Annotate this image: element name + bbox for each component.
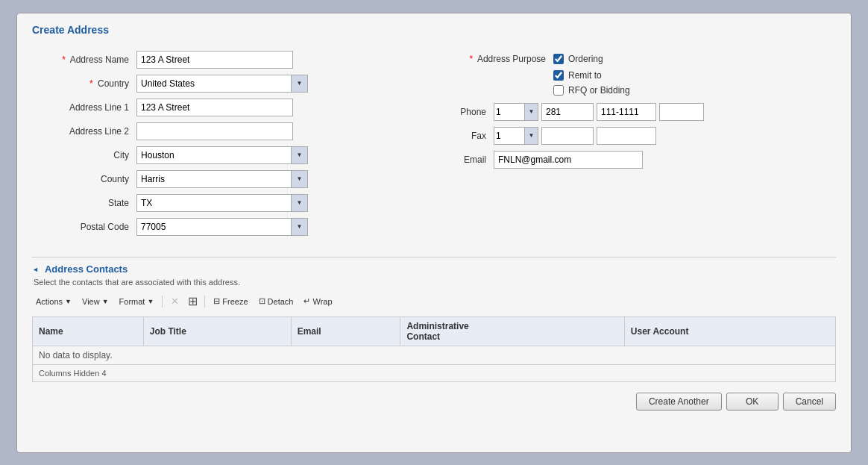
col-name: Name bbox=[33, 316, 144, 346]
fax-row: Fax 1 bbox=[449, 127, 836, 145]
address-line2-input[interactable] bbox=[136, 122, 293, 140]
ok-button[interactable]: OK bbox=[726, 393, 779, 411]
county-dropdown-icon[interactable] bbox=[291, 171, 307, 187]
wrap-button[interactable]: ↵ Wrap bbox=[300, 295, 336, 308]
address-contacts-section: Address Contacts Select the contacts tha… bbox=[32, 257, 836, 382]
address-line1-input[interactable] bbox=[136, 99, 293, 116]
email-label: Email bbox=[449, 155, 486, 165]
city-select[interactable]: Houston bbox=[137, 147, 291, 163]
create-another-button[interactable]: Create Another bbox=[636, 393, 722, 411]
phone-area-input[interactable] bbox=[541, 103, 594, 121]
view-chevron-icon: ▼ bbox=[102, 298, 109, 305]
no-data-cell: No data to display. bbox=[33, 346, 836, 364]
required-star2: * bbox=[89, 78, 93, 89]
county-label: County bbox=[32, 174, 129, 184]
table-header-row: Name Job Title Email AdministrativeConta… bbox=[33, 316, 836, 346]
fax-country-container[interactable]: 1 bbox=[494, 127, 538, 145]
view-button[interactable]: View ▼ bbox=[78, 296, 113, 308]
rfq-row: RFQ or Bidding bbox=[553, 85, 836, 96]
detach-icon: ⊡ bbox=[259, 296, 265, 306]
phone-country-icon[interactable] bbox=[524, 104, 538, 120]
toolbar-sep2 bbox=[204, 296, 205, 308]
ordering-checkbox[interactable] bbox=[553, 54, 564, 64]
format-chevron-icon: ▼ bbox=[147, 298, 154, 305]
state-select-container[interactable]: TX bbox=[136, 194, 308, 212]
email-input[interactable] bbox=[494, 151, 643, 169]
fax-number-input[interactable] bbox=[597, 127, 656, 145]
delete-icon[interactable]: ✕ bbox=[167, 294, 182, 309]
address-name-row: * Address Name bbox=[32, 51, 419, 69]
fax-country-icon[interactable] bbox=[524, 128, 538, 144]
address-line1-label: Address Line 1 bbox=[32, 102, 129, 113]
left-panel: * Address Name * Country United States bbox=[32, 51, 419, 242]
contacts-toggle-icon[interactable] bbox=[32, 263, 39, 274]
cancel-button[interactable]: Cancel bbox=[783, 393, 836, 411]
col-admin-contact: AdministrativeContact bbox=[400, 316, 624, 346]
city-label: City bbox=[32, 150, 129, 160]
freeze-button[interactable]: ⊟ Freeze bbox=[210, 295, 251, 308]
phone-row: Phone 1 bbox=[449, 103, 836, 121]
no-data-row: No data to display. bbox=[33, 346, 836, 364]
postal-code-dropdown-icon[interactable] bbox=[291, 219, 307, 235]
rfq-label: RFQ or Bidding bbox=[568, 85, 630, 96]
county-select[interactable]: Harris bbox=[137, 171, 291, 187]
remit-to-label: Remit to bbox=[568, 70, 602, 81]
city-dropdown-icon[interactable] bbox=[291, 147, 307, 163]
add-row-icon[interactable]: ⊞ bbox=[185, 294, 200, 309]
city-select-container[interactable]: Houston bbox=[136, 146, 308, 164]
fax-country-select[interactable]: 1 bbox=[494, 128, 524, 144]
ordering-label: Ordering bbox=[568, 54, 603, 64]
state-row: State TX bbox=[32, 194, 419, 212]
col-user-account: User Account bbox=[624, 316, 835, 346]
phone-ext-input[interactable] bbox=[659, 103, 704, 121]
fax-area-input[interactable] bbox=[541, 127, 594, 145]
address-purpose-section: * Address Purpose Ordering Remit to RFQ … bbox=[449, 51, 836, 96]
address-line2-label: Address Line 2 bbox=[32, 126, 129, 137]
phone-label: Phone bbox=[449, 107, 486, 117]
actions-button[interactable]: Actions ▼ bbox=[32, 296, 75, 308]
phone-fax-section: Phone 1 Fax 1 bbox=[449, 103, 836, 169]
state-label: State bbox=[32, 198, 129, 208]
postal-code-row: Postal Code 77005 bbox=[32, 218, 419, 236]
phone-country-select[interactable]: 1 bbox=[494, 104, 524, 120]
contacts-section-desc: Select the contacts that are associated … bbox=[34, 278, 836, 287]
format-button[interactable]: Format ▼ bbox=[116, 296, 158, 308]
address-name-label: * Address Name bbox=[32, 54, 129, 65]
postal-code-select[interactable]: 77005 bbox=[137, 219, 291, 235]
contacts-section-title: Address Contacts bbox=[45, 263, 128, 275]
detach-button[interactable]: ⊡ Detach bbox=[255, 295, 298, 308]
county-row: County Harris bbox=[32, 170, 419, 188]
col-email: Email bbox=[291, 316, 400, 346]
country-select[interactable]: United States bbox=[137, 75, 291, 92]
address-name-input[interactable] bbox=[136, 51, 293, 69]
phone-country-container[interactable]: 1 bbox=[494, 103, 538, 121]
postal-code-label: Postal Code bbox=[32, 222, 129, 232]
contacts-table: Name Job Title Email AdministrativeConta… bbox=[32, 316, 836, 382]
required-star3: * bbox=[470, 54, 474, 64]
address-purpose-row: * Address Purpose Ordering bbox=[449, 54, 836, 64]
freeze-icon: ⊟ bbox=[213, 296, 220, 306]
dialog-title: Create Address bbox=[17, 13, 851, 43]
toolbar-sep1 bbox=[162, 296, 163, 308]
remit-to-checkbox[interactable] bbox=[553, 70, 564, 81]
city-row: City Houston bbox=[32, 146, 419, 164]
country-select-container[interactable]: United States bbox=[136, 75, 308, 93]
contacts-section-header: Address Contacts bbox=[32, 263, 836, 275]
state-select[interactable]: TX bbox=[137, 195, 291, 211]
rfq-checkbox[interactable] bbox=[553, 85, 564, 96]
phone-number-input[interactable] bbox=[597, 103, 656, 121]
create-address-dialog: Create Address * Address Name * Country bbox=[16, 13, 852, 453]
actions-chevron-icon: ▼ bbox=[65, 298, 72, 305]
state-dropdown-icon[interactable] bbox=[291, 195, 307, 211]
county-select-container[interactable]: Harris bbox=[136, 170, 308, 188]
columns-hidden-row: Columns Hidden 4 bbox=[33, 364, 836, 381]
country-row: * Country United States bbox=[32, 75, 419, 93]
country-dropdown-icon[interactable] bbox=[291, 75, 307, 92]
ordering-checkbox-container: Ordering bbox=[553, 54, 603, 64]
remit-to-row: Remit to bbox=[553, 70, 836, 81]
dialog-footer: Create Another OK Cancel bbox=[17, 382, 851, 421]
address-line1-row: Address Line 1 bbox=[32, 99, 419, 116]
address-purpose-label: * Address Purpose bbox=[449, 54, 546, 64]
address-line2-row: Address Line 2 bbox=[32, 122, 419, 140]
postal-code-select-container[interactable]: 77005 bbox=[136, 218, 308, 236]
